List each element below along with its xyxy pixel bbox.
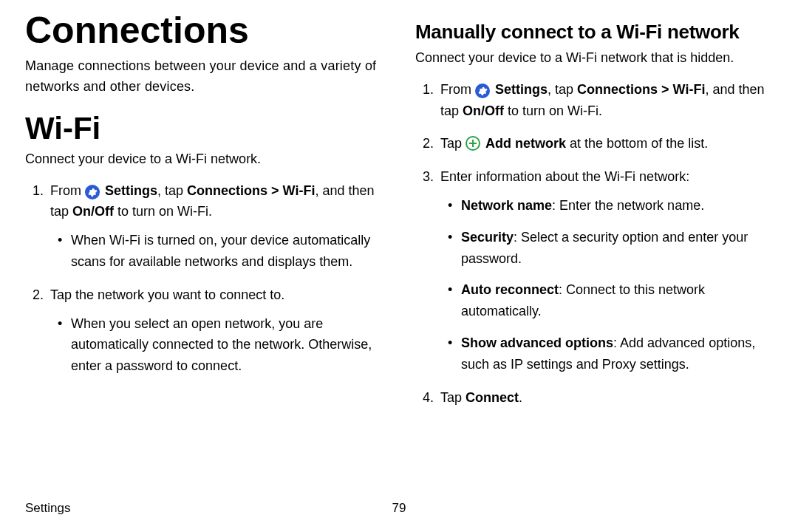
manual-connect-heading: Manually connect to a Wi-Fi network xyxy=(415,21,773,44)
manual-page: Connections Manage connections between y… xyxy=(0,0,798,532)
footer-page-number: 79 xyxy=(392,501,406,516)
step-text: Tap xyxy=(440,390,466,405)
breadcrumb-separator: > xyxy=(267,183,283,198)
wifi-step-2-sub: When you select an open network, you are… xyxy=(50,313,383,377)
connect-label: Connect xyxy=(466,390,519,405)
show-advanced-label: Show advanced options xyxy=(461,335,613,350)
network-name-label: Network name xyxy=(461,198,552,213)
wifi-heading: Wi-Fi xyxy=(25,111,383,146)
two-column-layout: Connections Manage connections between y… xyxy=(25,0,773,420)
step-text: Tap xyxy=(440,136,466,151)
step-text: From xyxy=(440,82,475,97)
wifi-step-2: Tap the network you want to connect to. … xyxy=(47,284,383,377)
wifi-step-1: From Settings, tap Connections > Wi-Fi, … xyxy=(47,180,383,273)
manual-step-1: From Settings, tap Connections > Wi-Fi, … xyxy=(437,79,773,122)
footer-section: Settings xyxy=(25,501,70,516)
settings-gear-icon xyxy=(85,185,100,200)
wifi-label: Wi-Fi xyxy=(673,82,706,97)
wifi-step-1-sub: When Wi-Fi is turned on, your device aut… xyxy=(50,230,383,273)
connections-label: Connections xyxy=(577,82,658,97)
step-text: to turn on Wi-Fi. xyxy=(114,204,212,219)
manual-step-3-sub-3: Auto reconnect: Connect to this network … xyxy=(448,279,773,322)
right-column: Manually connect to a Wi-Fi network Conn… xyxy=(415,0,773,420)
step-text: at the bottom of the list. xyxy=(566,136,708,151)
page-intro: Manage connections between your device a… xyxy=(25,56,383,98)
manual-connect-lead: Connect your device to a Wi-Fi network t… xyxy=(415,48,773,69)
page-footer: Settings 79 xyxy=(25,501,773,516)
manual-step-3-sub: Network name: Enter the network name. Se… xyxy=(440,195,773,375)
manual-connect-steps: From Settings, tap Connections > Wi-Fi, … xyxy=(415,79,773,409)
manual-step-3-sub-2: Security: Select a security option and e… xyxy=(448,227,773,270)
wifi-step-2-sub-1: When you select an open network, you are… xyxy=(58,313,383,377)
step-text: . xyxy=(519,390,522,405)
add-network-label: Add network xyxy=(485,136,566,151)
manual-step-3-sub-4: Show advanced options: Add advanced opti… xyxy=(448,332,773,375)
security-label: Security xyxy=(461,230,514,245)
left-column: Connections Manage connections between y… xyxy=(25,0,383,420)
step-text: From xyxy=(50,183,85,198)
onoff-label: On/Off xyxy=(72,204,114,219)
settings-label: Settings xyxy=(495,82,548,97)
wifi-step-1-sub-1: When Wi-Fi is turned on, your device aut… xyxy=(58,230,383,273)
wifi-label: Wi-Fi xyxy=(283,183,316,198)
page-title: Connections xyxy=(25,9,383,52)
wifi-lead: Connect your device to a Wi-Fi network. xyxy=(25,149,383,170)
connections-label: Connections xyxy=(187,183,267,198)
wifi-steps: From Settings, tap Connections > Wi-Fi, … xyxy=(25,180,383,377)
sub-text: : Enter the network name. xyxy=(552,198,704,213)
settings-label: Settings xyxy=(105,183,157,198)
manual-step-3-sub-1: Network name: Enter the network name. xyxy=(448,195,773,216)
step-text: , tap xyxy=(548,82,577,97)
onoff-label: On/Off xyxy=(463,103,504,118)
manual-step-2: Tap Add network at the bottom of the lis… xyxy=(437,133,773,154)
auto-reconnect-label: Auto reconnect xyxy=(461,282,559,297)
step-text: to turn on Wi-Fi. xyxy=(504,103,602,118)
settings-gear-icon xyxy=(475,83,490,98)
step-text: Tap the network you want to connect to. xyxy=(50,287,284,302)
manual-step-3: Enter information about the Wi-Fi networ… xyxy=(437,166,773,375)
manual-step-4: Tap Connect. xyxy=(437,387,773,409)
step-text: , tap xyxy=(157,183,187,198)
breadcrumb-separator: > xyxy=(658,82,673,97)
add-plus-icon xyxy=(466,136,480,151)
step-text: Enter information about the Wi-Fi networ… xyxy=(440,169,689,184)
